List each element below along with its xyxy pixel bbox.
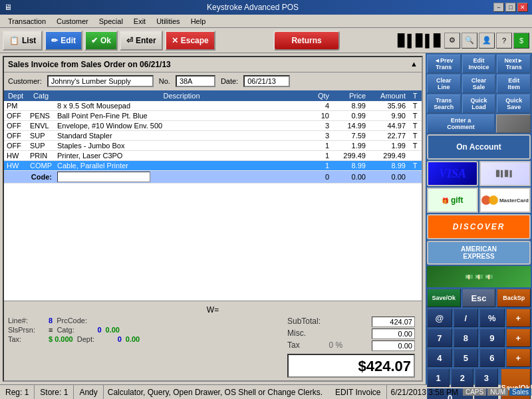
plus-button-top[interactable]: + (506, 309, 531, 327)
menu-customer[interactable]: Customer (51, 16, 94, 27)
9-button[interactable]: 9 (479, 329, 505, 347)
table-row[interactable]: OFF PENS Ball Point Pen-Fine Pt. Blue 10… (4, 111, 422, 121)
cell-amount: 35.96 (368, 101, 408, 111)
at-button[interactable]: @ (427, 309, 452, 327)
edit-invoice-button[interactable]: Edit Invoice (462, 55, 496, 73)
reg-section: Reg: 1 (0, 385, 35, 399)
tax-row: Tax: $ 0.000 Dept: 0 0.00 (8, 334, 285, 344)
table-row[interactable]: HW COMP Cable, Parallel Printer 1 8.99 8… (4, 161, 422, 171)
mode-section: EDIT Invoice (330, 385, 386, 399)
plus-button-lower[interactable]: + (506, 348, 531, 367)
toolbar-icon-4[interactable]: ? (496, 33, 512, 49)
invoice-no-input[interactable] (176, 75, 215, 87)
visa-row: VISA ▊▌▊▌ (427, 161, 531, 186)
col-header-catg: Catg (27, 90, 55, 101)
action-buttons-row1: Clear Line Clear Sale Edit Item (427, 74, 531, 93)
comment-icon (496, 114, 531, 133)
datetime-section: 6/21/2013 3:58 PM (387, 386, 462, 398)
customer-input[interactable] (47, 75, 154, 87)
enter-button[interactable]: ⏎ Enter (120, 31, 163, 51)
titlebar: 🖥 Keystroke Advanced POS − □ ✕ (0, 0, 532, 15)
cell-catg: ENVL (27, 121, 55, 131)
table-row[interactable]: HW PRIN Printer, Laser C3PO 1 299.49 299… (4, 151, 422, 161)
quick-save-button[interactable]: Quick Save (497, 94, 531, 113)
right-panel: ◄Prev Trans Edit Invoice Next► Trans Cle… (426, 53, 532, 384)
list-button[interactable]: 📋 List (3, 31, 43, 51)
2-button[interactable]: 2 (451, 368, 473, 387)
clear-line-button[interactable]: Clear Line (427, 74, 461, 93)
edit-icon: ✏ (51, 36, 58, 45)
numpad-row-symbols: @ / % + (427, 309, 531, 327)
toolbar-icon-2[interactable]: 🔍 (462, 33, 477, 49)
minimize-button[interactable]: − (493, 3, 504, 12)
edit-item-button[interactable]: Edit Item (497, 74, 531, 93)
ok-button[interactable]: ✔ Ok (84, 31, 118, 51)
cell-catg: COMP (27, 161, 55, 171)
close-button[interactable]: ✕ (517, 3, 528, 12)
cell-desc: 8 x 9.5 Soft Mousepad (55, 101, 309, 111)
gift-card-button[interactable]: 🎁 gift (427, 188, 478, 213)
menu-transaction[interactable]: Transaction (3, 16, 51, 27)
code-t (408, 171, 422, 184)
toolbar-icon-1[interactable]: ⚙ (444, 33, 460, 49)
quick-load-button[interactable]: Quick Load (462, 94, 496, 113)
cell-t: T (408, 111, 422, 121)
date-input[interactable] (243, 75, 290, 87)
3-button[interactable]: 3 (475, 368, 497, 387)
scroll-up-btn[interactable]: ▲ (410, 60, 418, 68)
cell-price: 1.99 (332, 141, 368, 151)
next-trans-button[interactable]: Next► Trans (497, 55, 531, 73)
app-icon: 🖥 (4, 3, 12, 12)
7-button[interactable]: 7 (427, 329, 452, 347)
table-row[interactable]: OFF SUP Staples - Jumbo Box 1 1.99 1.99 … (4, 141, 422, 151)
cell-catg: PENS (27, 111, 55, 121)
prev-trans-button[interactable]: ◄Prev Trans (427, 55, 461, 73)
escape-button[interactable]: ✕ Escape (165, 31, 215, 51)
menu-exit[interactable]: Exit (128, 16, 151, 27)
table-row[interactable]: PM 8 x 9.5 Soft Mousepad 4 8.99 35.96 T (4, 101, 422, 111)
sales-badge: Sales (509, 388, 531, 396)
cell-price: 8.99 (332, 101, 368, 111)
esc-button[interactable]: Esc (462, 289, 496, 307)
cell-t (408, 151, 422, 161)
main-content: Sales Invoice from Sales Order on 06/21/… (0, 53, 532, 384)
toolbar-icon-5[interactable]: $ (513, 33, 529, 49)
percent-button[interactable]: % (479, 309, 505, 327)
8-button[interactable]: 8 (454, 329, 479, 347)
visa-button[interactable]: VISA (427, 161, 478, 186)
amex-button[interactable]: AMERICAN EXPRESS (427, 241, 531, 265)
catg-amt: 0.00 (106, 326, 120, 334)
code-input-row[interactable]: Code: 0 0.00 0.00 (4, 171, 422, 184)
cell-qty: 1 (309, 141, 332, 151)
trans-search-button[interactable]: Trans Search (427, 94, 461, 113)
table-row[interactable]: OFF SUP Standard Stapler 3 7.59 22.77 T (4, 131, 422, 141)
mastercard-button[interactable]: MasterCard (479, 188, 531, 213)
clear-sale-button[interactable]: Clear Sale (462, 74, 496, 93)
toolbar-icon-3[interactable]: 👤 (479, 33, 495, 49)
1-button[interactable]: 1 (427, 368, 450, 387)
returns-button[interactable]: Returns (273, 31, 340, 51)
menu-help[interactable]: Help (186, 16, 211, 27)
menu-special[interactable]: Special (94, 16, 128, 27)
menu-utilities[interactable]: Utilities (151, 16, 185, 27)
table-row[interactable]: OFF ENVL Envelope, #10 Window Env. 500 3… (4, 121, 422, 131)
backsp-button[interactable]: BackSp (497, 289, 531, 307)
enter-comment-button[interactable]: Enter a Comment (427, 114, 495, 133)
discover-button[interactable]: DISCOVER (427, 214, 531, 239)
save-ok-button[interactable]: Save/Ok (427, 289, 461, 307)
on-account-button[interactable]: On Account (427, 134, 531, 160)
cell-amount: 9.90 (368, 111, 408, 121)
maximize-button[interactable]: □ (505, 3, 516, 12)
code-input-cell[interactable] (55, 171, 309, 184)
plus-button-mid[interactable]: + (506, 329, 531, 347)
misc-input (372, 329, 415, 339)
6-button[interactable]: 6 (479, 348, 505, 367)
mode-label: EDIT Invoice (335, 388, 380, 397)
slash-button[interactable]: / (454, 309, 479, 327)
numpad: Save/Ok Esc BackSp @ / % + 7 8 9 + 4 5 6… (427, 289, 531, 399)
code-input-field[interactable] (57, 172, 150, 182)
4-button[interactable]: 4 (427, 348, 452, 367)
catg-label: Catg: (57, 326, 93, 334)
5-button[interactable]: 5 (454, 348, 479, 367)
edit-button[interactable]: ✏ Edit (45, 31, 82, 51)
